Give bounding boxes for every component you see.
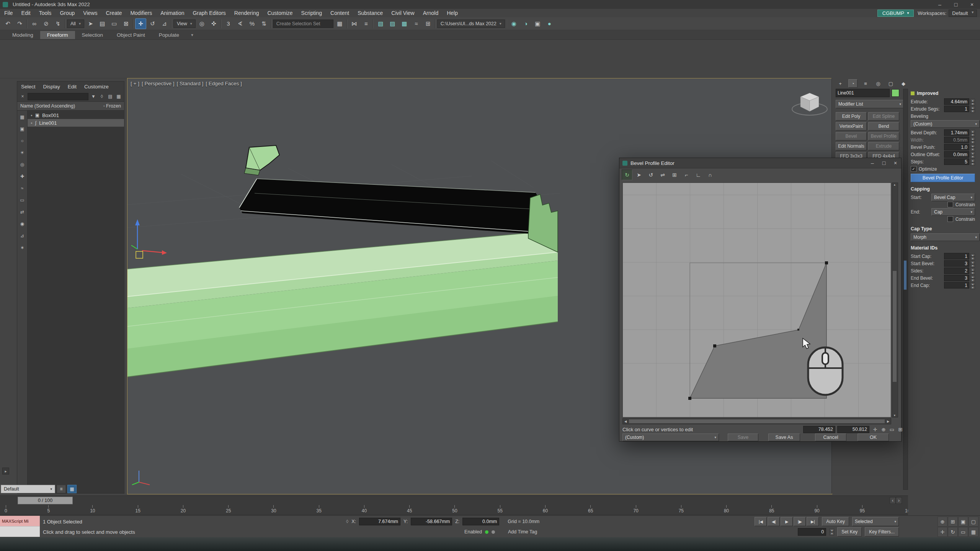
value-field[interactable]: 4.64mm (944, 98, 969, 105)
workspaces-dropdown[interactable]: Default▾ (949, 10, 977, 17)
dialog-title-bar[interactable]: Bevel Profile Editor – □ × (619, 158, 901, 168)
select-and-scale-icon[interactable]: ⊿ (159, 18, 170, 29)
toolbar-separator[interactable] (434, 19, 436, 28)
undo-icon[interactable]: ↺ (645, 170, 656, 180)
enabled-indicator-icon[interactable] (485, 530, 488, 534)
zoom-icon[interactable]: ⊕ (938, 517, 947, 527)
create-tab[interactable]: + (836, 79, 845, 88)
viewport-tab-arrow-icon[interactable]: ▸ (2, 468, 9, 474)
explorer-menu-display[interactable]: Display (43, 84, 60, 90)
snaps-toggle-icon[interactable]: 3 (223, 18, 234, 29)
undo-icon[interactable]: ↶ (2, 18, 13, 29)
filter-spacewarps-icon[interactable]: ≈ (19, 185, 26, 192)
value-field[interactable]: 1 (944, 253, 969, 259)
percent-snap-icon[interactable]: % (247, 18, 258, 29)
explorer-row-box001[interactable]: ● ▣ Box001 (28, 111, 124, 119)
select-vertex-icon[interactable]: ➤ (634, 170, 644, 180)
explorer-menu-customize[interactable]: Customize (84, 84, 109, 90)
frame-spinner[interactable]: ▲▼ (830, 528, 834, 535)
scroll-left-icon[interactable]: ◀ (623, 419, 628, 424)
tab-selection[interactable]: Selection (75, 31, 110, 39)
end-cap-dropdown[interactable]: Cap▾ (931, 208, 975, 216)
edit-spline-button[interactable]: Edit Spline (868, 112, 899, 121)
canvas-vertical-scrollbar[interactable]: ▲ ▼ (892, 183, 898, 417)
toggle-ribbon-icon[interactable]: ▩ (399, 18, 410, 29)
spinner[interactable]: ▲▼ (970, 253, 975, 259)
explorer-row-line001[interactable]: ● ∫ Line001 (28, 119, 124, 127)
column-chooser-icon[interactable]: ▤ (107, 93, 114, 100)
angle-snap-icon[interactable]: ∢ (235, 18, 246, 29)
lock-explorer-icon[interactable]: ◊ (98, 93, 105, 100)
clear-search-icon[interactable]: × (19, 93, 26, 100)
menu-item[interactable]: Arnold (419, 9, 443, 17)
maxscript-mini-listener[interactable]: MAXScript Mi (0, 516, 40, 537)
menu-item[interactable]: Animation (156, 9, 188, 17)
maximize-viewport-icon[interactable]: ▢ (969, 517, 978, 527)
toolbar-separator[interactable] (346, 19, 348, 28)
spinner[interactable]: ▲▼ (970, 159, 975, 165)
object-color-swatch[interactable] (892, 89, 899, 97)
filter-materials-icon[interactable]: ◉ (19, 220, 26, 227)
pin-explorer-icon[interactable]: ▦ (115, 93, 122, 100)
toolbar-separator[interactable] (270, 19, 272, 28)
tab-modeling[interactable]: Modeling (5, 31, 40, 39)
spinner[interactable]: ▲▼ (970, 130, 975, 136)
menu-item[interactable]: Rendering (230, 9, 263, 17)
redo-icon[interactable]: ↷ (14, 18, 25, 29)
create-selection-set-input[interactable]: Create Selection Set (273, 20, 333, 28)
menu-item[interactable]: Graph Editors (188, 9, 230, 17)
go-to-end-button[interactable]: ▶| (807, 517, 819, 526)
zoom-extents-icon[interactable]: ▣ (958, 517, 968, 527)
extrude-button[interactable]: Extrude (868, 142, 899, 150)
scrollbar-thumb[interactable] (629, 419, 885, 423)
next-frame-arrow[interactable]: › (896, 497, 902, 504)
spinner[interactable]: ▲▼ (970, 106, 975, 112)
spinner[interactable]: ▲▼ (970, 137, 975, 143)
filter-shapes-icon[interactable]: ○ (19, 137, 26, 144)
spinner-snap-icon[interactable]: ⇅ (258, 18, 270, 29)
menu-item[interactable]: Content (326, 9, 353, 17)
edit-poly-button[interactable]: Edit Poly (836, 112, 867, 121)
toolbar-separator[interactable] (26, 19, 28, 28)
auto-key-button[interactable]: Auto Key (822, 517, 849, 526)
filter-geometry-icon[interactable]: ▣ (19, 126, 26, 132)
viewport-layout-icon[interactable]: ▦ (969, 527, 978, 537)
corner-vertex-icon[interactable]: ⌐ (681, 170, 692, 180)
next-frame-button[interactable]: |▶ (794, 517, 806, 526)
modifier-list-dropdown[interactable]: Modifier List▾ (836, 100, 904, 108)
filter-dropdown-icon[interactable]: ▼ (90, 93, 97, 100)
time-slider[interactable]: 0 / 100 (18, 497, 73, 504)
pan-icon[interactable]: ✛ (871, 426, 879, 433)
zoom-all-icon[interactable]: ⊞ (948, 517, 958, 527)
maxscript-macro-row[interactable]: MAXScript Mi (0, 516, 40, 526)
filter-bones-icon[interactable]: ⊿ (19, 232, 26, 239)
key-filters-button[interactable]: Key Filters... (865, 527, 899, 536)
start-cap-dropdown[interactable]: Bevel Cap▾ (931, 194, 975, 201)
capping-title[interactable]: Capping (911, 186, 930, 192)
scroll-down-icon[interactable]: ▼ (892, 414, 897, 417)
toggle-scene-explorer-icon[interactable]: ▧ (375, 18, 386, 29)
select-and-link-icon[interactable]: ∞ (29, 18, 40, 29)
unlink-selection-icon[interactable]: ⊘ (41, 18, 52, 29)
viewport-shading-menu[interactable]: [ Standard ] (176, 81, 203, 86)
x-coordinate-field[interactable]: 7.674mm (359, 518, 400, 525)
filter-helpers-icon[interactable]: ✚ (19, 173, 26, 180)
value-field[interactable]: 0.0mm (944, 151, 969, 158)
spinner[interactable]: ▲▼ (970, 282, 975, 289)
viewport-pov-menu[interactable]: [ Perspective ] (142, 81, 175, 86)
add-time-tag[interactable]: Add Time Tag (508, 529, 537, 535)
motion-tab[interactable]: ◎ (874, 79, 883, 88)
cap-type-dropdown[interactable]: Morph▾ (911, 233, 980, 241)
y-coordinate-field[interactable]: -58.667mm (411, 518, 452, 525)
zoom-region-icon[interactable]: ▭ (888, 426, 896, 433)
material-editor-icon[interactable]: ◉ (508, 18, 519, 29)
material-ids-title[interactable]: Material IDs (911, 245, 938, 251)
explorer-column-header[interactable]: Name (Sorted Ascending) ▪ Frozen (17, 101, 124, 111)
value-field[interactable]: 3 (944, 260, 969, 267)
scrollbar-thumb[interactable] (904, 261, 906, 290)
render-icon[interactable]: ● (544, 18, 555, 29)
select-by-name-icon[interactable]: ▤ (97, 18, 108, 29)
orbit-icon[interactable]: ↻ (948, 527, 958, 537)
transform-lock-icon[interactable]: ◊ (346, 519, 348, 524)
scroll-up-icon[interactable]: ▲ (892, 183, 897, 186)
